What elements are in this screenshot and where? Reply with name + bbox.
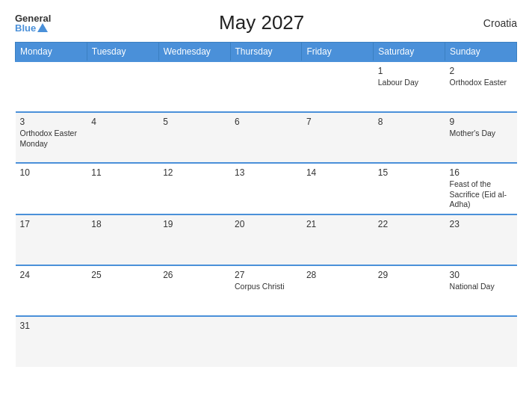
day-number: 20 xyxy=(235,219,297,229)
calendar-cell xyxy=(87,61,158,112)
calendar-cell: 24 xyxy=(16,265,87,316)
calendar-cell: 5 xyxy=(158,112,230,163)
calendar-week-row: 17181920212223 xyxy=(16,214,517,265)
day-number: 9 xyxy=(450,117,513,127)
calendar-cell xyxy=(302,316,374,367)
logo-general-text: General xyxy=(15,13,51,23)
day-number: 1 xyxy=(378,66,441,76)
day-number: 25 xyxy=(91,270,154,280)
day-number: 3 xyxy=(20,117,83,127)
day-number: 18 xyxy=(91,219,154,229)
calendar-cell: 10 xyxy=(16,163,87,214)
day-number: 21 xyxy=(306,219,369,229)
event-label: Orthodox Easter Monday xyxy=(20,129,77,148)
calendar-cell: 22 xyxy=(374,214,445,265)
calendar-week-row: 10111213141516Feast of the Sacrifice (Ei… xyxy=(16,163,517,214)
logo: General Blue xyxy=(15,13,51,33)
calendar-cell: 3Orthodox Easter Monday xyxy=(16,112,87,163)
day-number: 4 xyxy=(91,117,154,127)
calendar-cell: 15 xyxy=(374,163,445,214)
calendar-week-row: 31 xyxy=(16,316,517,367)
day-number: 14 xyxy=(306,167,369,178)
header: General Blue May 2027 Croatia xyxy=(15,11,517,34)
day-number: 12 xyxy=(163,167,226,178)
col-tuesday: Tuesday xyxy=(87,43,158,62)
day-number: 15 xyxy=(378,167,441,178)
calendar-cell: 21 xyxy=(302,214,374,265)
day-number: 19 xyxy=(163,219,226,229)
day-number: 28 xyxy=(306,270,369,280)
col-saturday: Saturday xyxy=(374,43,445,62)
day-number: 26 xyxy=(163,270,226,280)
day-number: 29 xyxy=(378,270,441,280)
calendar-cell: 25 xyxy=(87,265,158,316)
calendar-cell: 2Orthodox Easter xyxy=(445,61,517,112)
calendar-cell: 13 xyxy=(230,163,302,214)
calendar-cell xyxy=(16,61,87,112)
calendar-cell: 8 xyxy=(374,112,445,163)
day-number: 22 xyxy=(378,219,441,229)
calendar-cell xyxy=(302,61,374,112)
country-label: Croatia xyxy=(472,17,517,29)
day-number: 7 xyxy=(306,117,369,127)
event-label: Mother's Day xyxy=(450,129,496,137)
calendar-header-row: Monday Tuesday Wednesday Thursday Friday… xyxy=(16,43,517,62)
calendar-cell xyxy=(230,61,302,112)
calendar-cell: 12 xyxy=(158,163,230,214)
calendar-cell: 11 xyxy=(87,163,158,214)
day-number: 11 xyxy=(91,167,154,178)
day-number: 27 xyxy=(235,270,297,280)
calendar-cell: 29 xyxy=(374,265,445,316)
calendar-week-row: 1Labour Day2Orthodox Easter xyxy=(16,61,517,112)
logo-blue-text: Blue xyxy=(15,23,51,33)
calendar-cell: 4 xyxy=(87,112,158,163)
day-number: 23 xyxy=(450,219,513,229)
calendar-cell: 28 xyxy=(302,265,374,316)
col-friday: Friday xyxy=(302,43,374,62)
calendar-cell: 26 xyxy=(158,265,230,316)
logo-triangle-icon xyxy=(37,23,48,32)
calendar-cell: 7 xyxy=(302,112,374,163)
col-sunday: Sunday xyxy=(445,43,517,62)
day-number: 17 xyxy=(20,219,83,229)
col-wednesday: Wednesday xyxy=(158,43,230,62)
calendar-cell xyxy=(158,316,230,367)
calendar-cell: 9Mother's Day xyxy=(445,112,517,163)
calendar-cell: 20 xyxy=(230,214,302,265)
event-label: Feast of the Sacrifice (Eid al-Adha) xyxy=(450,179,507,208)
event-label: Labour Day xyxy=(378,78,418,87)
calendar-cell xyxy=(445,316,517,367)
calendar-cell: 19 xyxy=(158,214,230,265)
calendar-cell: 17 xyxy=(16,214,87,265)
day-number: 2 xyxy=(450,66,513,76)
day-number: 16 xyxy=(450,167,513,178)
day-number: 24 xyxy=(20,270,83,280)
calendar-cell: 18 xyxy=(87,214,158,265)
calendar-week-row: 3Orthodox Easter Monday456789Mother's Da… xyxy=(16,112,517,163)
calendar-cell xyxy=(158,61,230,112)
calendar-cell: 14 xyxy=(302,163,374,214)
day-number: 30 xyxy=(450,270,513,280)
day-number: 5 xyxy=(163,117,226,127)
day-number: 6 xyxy=(235,117,297,127)
event-label: Corpus Christi xyxy=(235,282,285,291)
calendar-cell: 27Corpus Christi xyxy=(230,265,302,316)
calendar-cell: 30National Day xyxy=(445,265,517,316)
calendar-title: May 2027 xyxy=(51,11,472,34)
day-number: 10 xyxy=(20,167,83,178)
day-number: 31 xyxy=(20,321,83,331)
event-label: Orthodox Easter xyxy=(450,78,507,87)
day-number: 13 xyxy=(235,167,297,178)
day-number: 8 xyxy=(378,117,441,127)
page: General Blue May 2027 Croatia Monday Tue… xyxy=(0,0,532,411)
calendar-cell: 16Feast of the Sacrifice (Eid al-Adha) xyxy=(445,163,517,214)
calendar-cell: 23 xyxy=(445,214,517,265)
calendar-cell xyxy=(87,316,158,367)
calendar-cell xyxy=(374,316,445,367)
col-monday: Monday xyxy=(16,43,87,62)
calendar-cell xyxy=(230,316,302,367)
calendar-cell: 1Labour Day xyxy=(374,61,445,112)
event-label: National Day xyxy=(450,282,495,291)
calendar-cell: 31 xyxy=(16,316,87,367)
col-thursday: Thursday xyxy=(230,43,302,62)
